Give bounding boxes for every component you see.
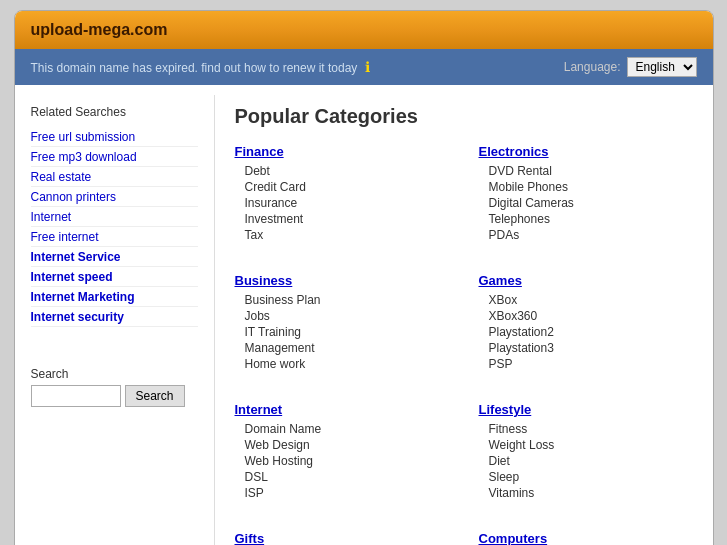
category-link[interactable]: Gifts [235,531,265,545]
category-item: PSP [479,356,693,372]
category-item: Debt [235,163,449,179]
sidebar-link[interactable]: Free url submission [31,130,136,144]
category-item: Weight Loss [479,437,693,453]
category-item: Web Design [235,437,449,453]
category-item: Fitness [479,421,693,437]
sidebar-link-item: Free url submission [31,127,198,147]
page-title: Popular Categories [235,105,693,128]
search-area: Search Search [31,357,198,407]
sidebar-link[interactable]: Internet Service [31,250,121,264]
category-item: Sleep [479,469,693,485]
category-heading: Business [235,273,449,288]
sidebar-title: Related Searches [31,105,198,119]
category-item: DSL [235,469,449,485]
category-link[interactable]: Computers [479,531,548,545]
sidebar-link-item: Free mp3 download [31,147,198,167]
language-select[interactable]: English [627,57,697,77]
language-area: Language: English [564,57,697,77]
sidebar-link[interactable]: Internet Marketing [31,290,135,304]
category-item: Mobile Phones [479,179,693,195]
category-item: Domain Name [235,421,449,437]
sidebar-link[interactable]: Free internet [31,230,99,244]
category-item: Diet [479,453,693,469]
category-heading: Finance [235,144,449,159]
sidebar-link-item: Internet [31,207,198,227]
sidebar-link-item: Free internet [31,227,198,247]
category-item: XBox [479,292,693,308]
sidebar-link-item: Internet speed [31,267,198,287]
sidebar-link[interactable]: Cannon printers [31,190,116,204]
category-item: Home work [235,356,449,372]
category-block: GiftsBirthday GiftsWeddingFlowers [235,531,449,545]
category-items: Domain NameWeb DesignWeb HostingDSLISP [235,421,449,501]
notification-content: This domain name has expired. find out h… [31,59,370,75]
category-heading: Lifestyle [479,402,693,417]
sidebar-link[interactable]: Internet security [31,310,124,324]
category-heading: Internet [235,402,449,417]
category-item: Vitamins [479,485,693,501]
category-link[interactable]: Internet [235,402,283,417]
category-heading: Electronics [479,144,693,159]
category-items: DebtCredit CardInsuranceInvestmentTax [235,163,449,243]
category-item: Jobs [235,308,449,324]
category-item: Web Hosting [235,453,449,469]
sidebar-link[interactable]: Free mp3 download [31,150,137,164]
category-link[interactable]: Games [479,273,522,288]
sidebar-link[interactable]: Internet speed [31,270,113,284]
category-block: GamesXBoxXBox360Playstation2Playstation3… [479,273,693,372]
search-input[interactable] [31,385,121,407]
category-items: FitnessWeight LossDietSleepVitamins [479,421,693,501]
notification-bar: This domain name has expired. find out h… [15,49,713,85]
sidebar-links: Free url submissionFree mp3 downloadReal… [31,127,198,327]
category-block: ComputersData RecoverySurvey SoftwareHar… [479,531,693,545]
category-item: Telephones [479,211,693,227]
search-label: Search [31,367,198,381]
category-link[interactable]: Electronics [479,144,549,159]
category-item: Digital Cameras [479,195,693,211]
sidebar-link-item: Internet security [31,307,198,327]
category-heading: Gifts [235,531,449,545]
category-item: ISP [235,485,449,501]
category-link[interactable]: Lifestyle [479,402,532,417]
sidebar-link-item: Real estate [31,167,198,187]
category-items: Business PlanJobsIT TrainingManagementHo… [235,292,449,372]
category-item: Business Plan [235,292,449,308]
categories-grid: FinanceDebtCredit CardInsuranceInvestmen… [235,144,693,545]
category-item: Management [235,340,449,356]
category-block: BusinessBusiness PlanJobsIT TrainingMana… [235,273,449,372]
sidebar-link[interactable]: Internet [31,210,72,224]
sidebar: Related Searches Free url submissionFree… [15,95,215,545]
search-button[interactable]: Search [125,385,185,407]
category-items: DVD RentalMobile PhonesDigital CamerasTe… [479,163,693,243]
sidebar-link-item: Internet Marketing [31,287,198,307]
category-heading: Games [479,273,693,288]
category-link[interactable]: Business [235,273,293,288]
category-link[interactable]: Finance [235,144,284,159]
notification-text: This domain name has expired. find out h… [31,61,358,75]
sidebar-link-item: Internet Service [31,247,198,267]
sidebar-link[interactable]: Real estate [31,170,92,184]
category-block: InternetDomain NameWeb DesignWeb Hosting… [235,402,449,501]
category-block: LifestyleFitnessWeight LossDietSleepVita… [479,402,693,501]
info-icon: ℹ [365,59,370,75]
category-item: Tax [235,227,449,243]
sidebar-link-item: Cannon printers [31,187,198,207]
category-item: IT Training [235,324,449,340]
category-block: ElectronicsDVD RentalMobile PhonesDigita… [479,144,693,243]
header: upload-mega.com [15,11,713,49]
page-wrapper: upload-mega.com This domain name has exp… [14,10,714,545]
category-item: Playstation2 [479,324,693,340]
category-item: Credit Card [235,179,449,195]
language-label: Language: [564,60,621,74]
category-item: PDAs [479,227,693,243]
category-block: FinanceDebtCredit CardInsuranceInvestmen… [235,144,449,243]
category-item: DVD Rental [479,163,693,179]
category-item: Playstation3 [479,340,693,356]
content-area: Related Searches Free url submissionFree… [15,85,713,545]
category-heading: Computers [479,531,693,545]
category-item: XBox360 [479,308,693,324]
site-title: upload-mega.com [31,21,168,38]
main-content: Popular Categories FinanceDebtCredit Car… [215,95,713,545]
category-item: Investment [235,211,449,227]
category-item: Insurance [235,195,449,211]
